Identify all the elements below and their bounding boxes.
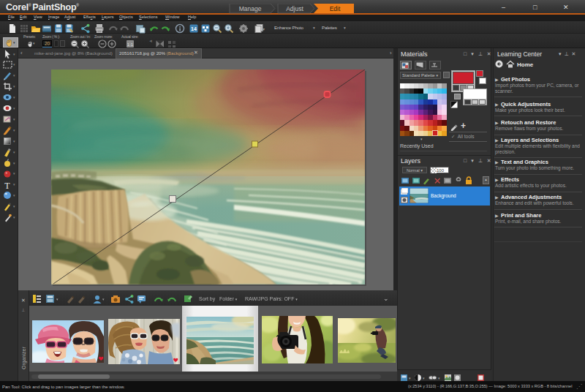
svg-text:Edit: Edit [330, 5, 341, 12]
svg-text:14: 14 [191, 26, 197, 31]
svg-text:Adjust: Adjust [286, 5, 303, 12]
svg-text:T: T [4, 181, 10, 190]
svg-text:Manage: Manage [239, 5, 262, 12]
svg-text:1:1: 1:1 [127, 42, 134, 47]
